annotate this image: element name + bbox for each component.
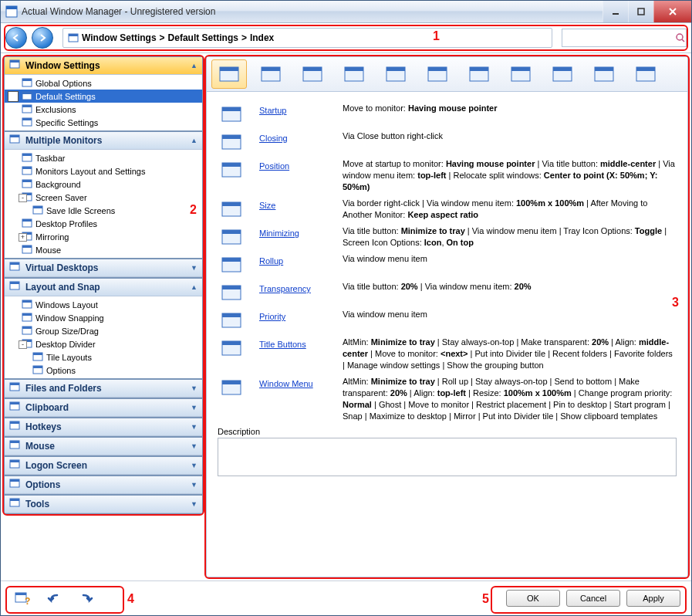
tree-toggle[interactable]: - [19, 340, 27, 349]
svg-rect-73 [303, 67, 322, 71]
windowmenu-link[interactable]: Window Menu [259, 379, 313, 388]
svg-rect-93 [222, 135, 241, 139]
panel-icon [9, 440, 22, 452]
sidebar-item-tile-layouts[interactable]: Tile Layouts [5, 350, 202, 364]
titlebuttons-link[interactable]: Title Buttons [259, 340, 306, 349]
svg-rect-59 [10, 421, 19, 424]
toolbar-window-menu-button[interactable] [628, 59, 663, 89]
item-icon [22, 153, 32, 164]
panel-icon [9, 262, 22, 274]
panel-header-files-and-folders[interactable]: Files and Folders▼ [5, 380, 202, 398]
sidebar-item-save-idle-screens[interactable]: Save Idle Screens [5, 204, 202, 217]
close-button[interactable] [653, 1, 691, 22]
forward-button[interactable] [32, 27, 53, 49]
sidebar-item-desktop-divider[interactable]: -Desktop Divider [5, 337, 202, 350]
item-label: Group Size/Drag [35, 327, 99, 336]
sidebar-item-exclusions[interactable]: Exclusions [5, 103, 202, 116]
svg-rect-53 [33, 366, 42, 368]
panel-header-layout-and-snap[interactable]: Layout and Snap▲ [5, 279, 202, 296]
priority-icon [218, 309, 245, 332]
search-box[interactable] [562, 29, 687, 47]
svg-text:?: ? [25, 596, 30, 606]
toolbar-startup-button[interactable] [253, 59, 289, 89]
redo-button[interactable] [76, 588, 98, 608]
svg-rect-107 [222, 341, 241, 345]
sidebar-item-specific-settings[interactable]: Specific Settings [5, 116, 202, 129]
toolbar-minimizing-button[interactable] [420, 59, 455, 89]
item-label: Mirroring [35, 232, 69, 242]
checkbox-icon: ✓ [8, 91, 19, 102]
toolbar-closing-button[interactable] [295, 59, 330, 89]
toolbar-index-button[interactable] [211, 59, 247, 89]
panel-title: Options [25, 479, 60, 490]
minimizing-desc: Via title button: Minimize to tray | Via… [343, 225, 677, 249]
back-button[interactable] [5, 27, 27, 49]
panel-icon [9, 459, 22, 472]
minimizing-link[interactable]: Minimizing [259, 228, 299, 238]
item-label: Tile Layouts [46, 353, 92, 362]
sidebar-item-options[interactable]: Options [5, 364, 202, 377]
undo-button[interactable] [44, 588, 66, 608]
closing-link[interactable]: Closing [259, 134, 288, 143]
search-input[interactable] [562, 33, 675, 42]
sidebar-item-mirroring[interactable]: +Mirroring [5, 230, 202, 243]
cancel-button[interactable]: Cancel [566, 590, 620, 607]
position-icon [343, 64, 366, 84]
panel-header-logon-screen[interactable]: Logon Screen▼ [5, 457, 202, 475]
panel-header-window-settings[interactable]: Window Settings▲ [5, 57, 202, 75]
breadcrumb-seg: Default Settings [168, 32, 238, 43]
svg-rect-85 [553, 67, 572, 71]
panel-header-multiple-monitors[interactable]: Multiple Monitors▲ [5, 132, 202, 150]
footer: ? OK Cancel Apply 4 5 [1, 580, 691, 615]
size-link[interactable]: Size [259, 201, 275, 210]
toolbar-position-button[interactable] [336, 59, 372, 89]
position-link[interactable]: Position [259, 161, 289, 171]
help-button[interactable]: ? [12, 588, 33, 608]
maximize-button[interactable] [628, 1, 653, 22]
ok-button[interactable]: OK [506, 590, 560, 607]
chevron-icon: ▼ [191, 481, 197, 489]
minimize-button[interactable] [603, 1, 628, 22]
sidebar-item-desktop-profiles[interactable]: Desktop Profiles [5, 217, 202, 230]
toolbar-transparency-button[interactable] [503, 59, 538, 89]
svg-rect-77 [387, 67, 405, 71]
priority-link[interactable]: Priority [259, 312, 285, 321]
toolbar-title-buttons-button[interactable] [586, 59, 622, 89]
item-icon [22, 166, 32, 177]
sidebar-item-window-snapping[interactable]: Window Snapping [5, 311, 202, 324]
search-icon[interactable] [675, 32, 686, 43]
toolbar-rollup-button[interactable] [461, 59, 497, 89]
sidebar-item-taskbar[interactable]: Taskbar [5, 151, 202, 164]
panel-header-clipboard[interactable]: Clipboard▼ [5, 399, 202, 417]
panel-header-virtual-desktops[interactable]: Virtual Desktops▼ [5, 259, 202, 277]
tree-toggle[interactable]: - [19, 194, 27, 202]
panel-header-mouse[interactable]: Mouse▼ [5, 438, 202, 455]
chevron-icon: ▲ [191, 137, 197, 144]
rollup-link[interactable]: Rollup [259, 256, 283, 266]
sidebar-item-screen-saver[interactable]: -Screen Saver [5, 191, 202, 204]
setting-row-size: SizeVia border right-click | Via window … [218, 198, 677, 221]
chevron-icon: ▼ [191, 442, 197, 450]
sidebar-item-background[interactable]: Background [5, 178, 202, 191]
panel-header-tools[interactable]: Tools▼ [5, 496, 202, 513]
transparency-link[interactable]: Transparency [259, 284, 311, 293]
toolbar-size-button[interactable] [378, 59, 414, 89]
description-textarea[interactable] [218, 438, 677, 476]
index-icon [218, 64, 241, 84]
startup-link[interactable]: Startup [259, 106, 286, 115]
tree-toggle[interactable]: + [19, 233, 27, 242]
sidebar-item-monitors-layout-and-settings[interactable]: Monitors Layout and Settings [5, 164, 202, 178]
sidebar-item-windows-layout[interactable]: Windows Layout [5, 298, 202, 311]
apply-button[interactable]: Apply [626, 590, 680, 607]
rollup-icon [218, 253, 245, 276]
sidebar-item-mouse[interactable]: Mouse [5, 243, 202, 256]
sidebar-item-group-size/drag[interactable]: Group Size/Drag [5, 324, 202, 337]
svg-rect-51 [33, 353, 42, 355]
sidebar-item-default-settings[interactable]: ✓Default Settings [5, 90, 202, 103]
panel-header-options[interactable]: Options▼ [5, 476, 202, 494]
panel-header-hotkeys[interactable]: Hotkeys▼ [5, 418, 202, 436]
sidebar-item-global-options[interactable]: Global Options [5, 76, 202, 90]
toolbar-priority-button[interactable] [545, 59, 580, 89]
svg-rect-11 [10, 60, 19, 63]
breadcrumb[interactable]: Window Settings > Default Settings > Ind… [62, 28, 552, 48]
